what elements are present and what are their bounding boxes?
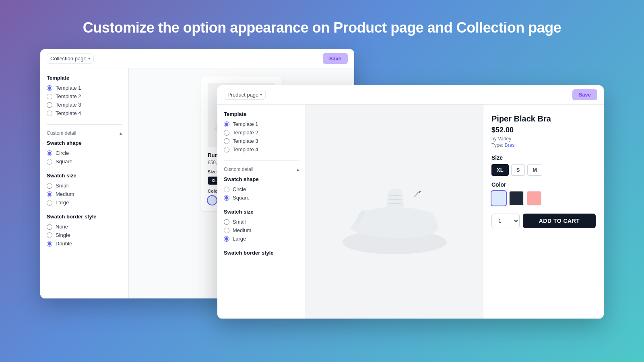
collection-swatch-1[interactable] [208, 196, 217, 205]
product-name: Piper Black Bra [491, 114, 596, 123]
collection-custom-detail-chevron: ▴ [120, 130, 122, 136]
collection-shape-square[interactable]: Square [47, 158, 122, 165]
add-to-cart-button[interactable]: ADD TO CART [523, 214, 596, 228]
product-save-button[interactable]: Save [572, 89, 597, 100]
product-template-section: Template Template 1 Template 2 Template … [224, 111, 299, 152]
product-size-large[interactable]: Large [224, 236, 299, 242]
product-price: $52.00 [491, 126, 596, 134]
product-vendor: by Varley [491, 136, 596, 142]
collection-swatch-border-title: Swatch border style [47, 214, 122, 220]
collection-template-2[interactable]: Template 2 [47, 93, 122, 99]
product-image-area [306, 105, 483, 319]
page-title: Customize the option appearance on Produ… [0, 19, 644, 36]
collection-swatch-border-section: Swatch border style None Single Double [47, 214, 122, 247]
product-sidebar: Template Template 1 Template 2 Template … [217, 105, 306, 319]
product-type-value[interactable]: Bras [505, 142, 515, 148]
collection-sidebar: Template Template 1 Template 2 Template … [40, 68, 129, 298]
product-shape-circle[interactable]: Circle [224, 186, 299, 192]
product-custom-detail-divider: Custom detail ▴ [224, 160, 299, 172]
product-page-label: Product page [227, 92, 258, 98]
product-custom-detail-chevron: ▴ [297, 167, 299, 172]
product-template-3[interactable]: Template 3 [224, 138, 299, 144]
collection-swatch-shape-section: Swatch shape Circle Square [47, 140, 122, 165]
product-type: Type: Bras [491, 142, 596, 148]
product-window: Product page ▾ Save Template Template 1 … [217, 85, 604, 319]
collection-page-label: Collection page [50, 56, 87, 62]
product-shape-square[interactable]: Square [224, 195, 299, 201]
product-toolbar: Product page ▾ Save [217, 85, 604, 105]
product-preview-area: Piper Black Bra $52.00 by Varley Type: B… [306, 105, 604, 319]
collection-page-selector[interactable]: Collection page ▾ [47, 53, 94, 64]
product-size-s[interactable]: S [511, 164, 525, 176]
product-swatch-shape-group: Circle Square [224, 186, 299, 201]
product-color-swatches [491, 191, 596, 206]
product-swatch-border-title: Swatch border style [224, 250, 299, 256]
product-size-buttons: XL S M [491, 164, 596, 176]
quantity-select[interactable]: 1 2 3 [491, 214, 520, 228]
product-swatch-size-group: Small Medium Large [224, 219, 299, 242]
svg-marker-11 [419, 191, 421, 193]
product-detail-area: Piper Black Bra $52.00 by Varley Type: B… [483, 105, 604, 319]
collection-save-button[interactable]: Save [323, 53, 348, 64]
collection-custom-detail-divider: Custom detail ▴ [47, 124, 122, 136]
collection-swatch-shape-group: Circle Square [47, 150, 122, 165]
product-size-medium[interactable]: Medium [224, 227, 299, 233]
product-swatch-2[interactable] [509, 191, 524, 206]
product-swatch-border-section: Swatch border style [224, 250, 299, 256]
header: Customize the option appearance on Produ… [0, 0, 644, 49]
collection-border-none[interactable]: None [47, 224, 122, 230]
product-swatch-shape-title: Swatch shape [224, 176, 299, 182]
product-type-label: Type: [491, 142, 503, 148]
product-color-option-label: Color [491, 181, 596, 188]
collection-template-4[interactable]: Template 4 [47, 110, 122, 116]
collection-swatch-size-section: Swatch size Small Medium Large [47, 173, 122, 206]
product-template-4[interactable]: Template 4 [224, 146, 299, 152]
product-template-title: Template [224, 111, 299, 117]
collection-toolbar: Collection page ▾ Save [40, 49, 354, 68]
collection-swatch-size-group: Small Medium Large [47, 183, 122, 206]
collection-swatch-border-group: None Single Double [47, 224, 122, 247]
product-page-selector[interactable]: Product page ▾ [224, 90, 266, 100]
product-window-body: Template Template 1 Template 2 Template … [217, 105, 604, 319]
product-template-1[interactable]: Template 1 [224, 121, 299, 127]
collection-border-double[interactable]: Double [47, 241, 122, 247]
collection-template-3[interactable]: Template 3 [47, 102, 122, 108]
product-swatch-size-title: Swatch size [224, 209, 299, 215]
collection-shape-circle[interactable]: Circle [47, 150, 122, 156]
collection-swatch-size-title: Swatch size [47, 173, 122, 179]
product-template-radio-group: Template 1 Template 2 Template 3 Templat… [224, 121, 299, 152]
product-size-small[interactable]: Small [224, 219, 299, 225]
collection-template-section: Template Template 1 Template 2 Template … [47, 75, 122, 116]
collection-size-large[interactable]: Large [47, 200, 122, 206]
collection-template-radio-group: Template 1 Template 2 Template 3 Templat… [47, 85, 122, 116]
product-template-2[interactable]: Template 2 [224, 130, 299, 136]
add-to-cart-row: 1 2 3 ADD TO CART [491, 214, 596, 228]
product-size-m[interactable]: M [527, 164, 542, 176]
product-swatch-1[interactable] [491, 191, 506, 206]
collection-custom-detail-title: Custom detail [47, 130, 76, 136]
collection-border-single[interactable]: Single [47, 232, 122, 238]
product-size-option-label: Size [491, 154, 596, 161]
windows-container: Collection page ▾ Save Template Template… [40, 49, 604, 323]
collection-page-chevron: ▾ [88, 56, 90, 61]
collection-size-small[interactable]: Small [47, 183, 122, 189]
collection-size-medium[interactable]: Medium [47, 191, 122, 197]
collection-template-1[interactable]: Template 1 [47, 85, 122, 91]
product-swatch-size-section: Swatch size Small Medium Large [224, 209, 299, 242]
product-page-chevron: ▾ [260, 93, 262, 97]
product-size-xl[interactable]: XL [491, 164, 509, 176]
product-swatch-shape-section: Swatch shape Circle Square [224, 176, 299, 201]
collection-template-title: Template [47, 75, 122, 81]
product-custom-detail-title: Custom detail [224, 167, 253, 172]
product-shoe-image [330, 164, 459, 260]
collection-swatch-shape-title: Swatch shape [47, 140, 122, 146]
product-swatch-3[interactable] [527, 191, 541, 206]
